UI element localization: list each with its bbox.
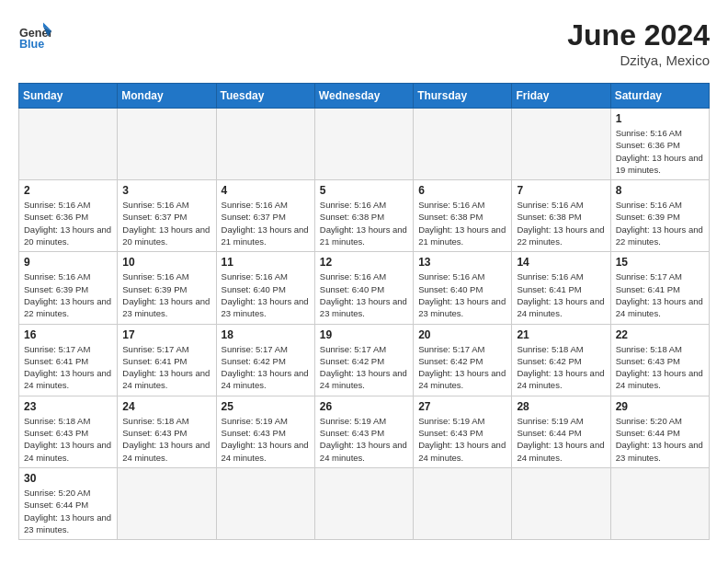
- calendar-week-row: 9Sunrise: 5:16 AMSunset: 6:39 PMDaylight…: [19, 252, 710, 324]
- day-info: Sunrise: 5:17 AMSunset: 6:41 PMDaylight:…: [122, 343, 210, 392]
- day-number: 14: [517, 256, 605, 269]
- day-number: 19: [320, 328, 408, 341]
- calendar-title: June 2024: [567, 18, 710, 52]
- table-row: [314, 467, 413, 539]
- day-info: Sunrise: 5:16 AMSunset: 6:36 PMDaylight:…: [616, 127, 704, 176]
- table-row: 30Sunrise: 5:20 AMSunset: 6:44 PMDayligh…: [19, 467, 118, 539]
- table-row: 4Sunrise: 5:16 AMSunset: 6:37 PMDaylight…: [216, 180, 314, 252]
- header-saturday: Saturday: [610, 84, 709, 109]
- day-number: 9: [24, 256, 112, 269]
- table-row: [118, 109, 216, 180]
- table-row: 7Sunrise: 5:16 AMSunset: 6:38 PMDaylight…: [512, 180, 610, 252]
- day-number: 25: [222, 400, 310, 413]
- header-friday: Friday: [512, 84, 610, 109]
- table-row: [314, 109, 413, 180]
- table-row: 14Sunrise: 5:16 AMSunset: 6:41 PMDayligh…: [512, 252, 610, 324]
- day-number: 2: [24, 184, 112, 197]
- day-info: Sunrise: 5:16 AMSunset: 6:39 PMDaylight:…: [24, 270, 112, 319]
- day-info: Sunrise: 5:17 AMSunset: 6:41 PMDaylight:…: [616, 270, 704, 319]
- day-info: Sunrise: 5:18 AMSunset: 6:42 PMDaylight:…: [517, 343, 605, 392]
- table-row: 5Sunrise: 5:16 AMSunset: 6:38 PMDaylight…: [314, 180, 413, 252]
- day-number: 16: [24, 328, 112, 341]
- table-row: 17Sunrise: 5:17 AMSunset: 6:41 PMDayligh…: [118, 324, 216, 396]
- day-number: 5: [320, 184, 408, 197]
- table-row: 22Sunrise: 5:18 AMSunset: 6:43 PMDayligh…: [610, 324, 709, 396]
- calendar-week-row: 16Sunrise: 5:17 AMSunset: 6:41 PMDayligh…: [19, 324, 710, 396]
- table-row: [414, 467, 512, 539]
- header-monday: Monday: [118, 84, 216, 109]
- table-row: 18Sunrise: 5:17 AMSunset: 6:42 PMDayligh…: [216, 324, 314, 396]
- calendar-subtitle: Dzitya, Mexico: [567, 52, 710, 68]
- calendar-week-row: 30Sunrise: 5:20 AMSunset: 6:44 PMDayligh…: [19, 467, 710, 539]
- table-row: 19Sunrise: 5:17 AMSunset: 6:42 PMDayligh…: [314, 324, 413, 396]
- day-number: 4: [222, 184, 310, 197]
- day-info: Sunrise: 5:16 AMSunset: 6:39 PMDaylight:…: [616, 199, 704, 247]
- day-info: Sunrise: 5:18 AMSunset: 6:43 PMDaylight:…: [24, 415, 112, 464]
- day-number: 23: [24, 400, 112, 413]
- table-row: 16Sunrise: 5:17 AMSunset: 6:41 PMDayligh…: [19, 324, 118, 396]
- table-row: 24Sunrise: 5:18 AMSunset: 6:43 PMDayligh…: [118, 396, 216, 467]
- day-info: Sunrise: 5:20 AMSunset: 6:44 PMDaylight:…: [24, 487, 112, 535]
- table-row: 21Sunrise: 5:18 AMSunset: 6:42 PMDayligh…: [512, 324, 610, 396]
- header-sunday: Sunday: [19, 84, 118, 109]
- day-info: Sunrise: 5:16 AMSunset: 6:40 PMDaylight:…: [418, 270, 506, 319]
- day-number: 7: [517, 184, 605, 197]
- day-info: Sunrise: 5:18 AMSunset: 6:43 PMDaylight:…: [122, 415, 210, 464]
- logo-icon: General Blue: [18, 18, 51, 52]
- day-info: Sunrise: 5:16 AMSunset: 6:38 PMDaylight:…: [418, 199, 506, 247]
- day-info: Sunrise: 5:16 AMSunset: 6:38 PMDaylight:…: [517, 199, 605, 247]
- day-number: 1: [616, 112, 704, 125]
- day-info: Sunrise: 5:17 AMSunset: 6:42 PMDaylight:…: [418, 343, 506, 392]
- day-number: 30: [24, 472, 112, 485]
- table-row: 6Sunrise: 5:16 AMSunset: 6:38 PMDaylight…: [414, 180, 512, 252]
- day-info: Sunrise: 5:16 AMSunset: 6:38 PMDaylight:…: [320, 199, 408, 247]
- logo: General Blue: [18, 18, 51, 52]
- table-row: [512, 467, 610, 539]
- table-row: 10Sunrise: 5:16 AMSunset: 6:39 PMDayligh…: [118, 252, 216, 324]
- table-row: 1Sunrise: 5:16 AMSunset: 6:36 PMDaylight…: [610, 109, 709, 180]
- day-info: Sunrise: 5:19 AMSunset: 6:43 PMDaylight:…: [320, 415, 408, 464]
- table-row: [118, 467, 216, 539]
- table-row: [512, 109, 610, 180]
- table-row: 2Sunrise: 5:16 AMSunset: 6:36 PMDaylight…: [19, 180, 118, 252]
- table-row: 23Sunrise: 5:18 AMSunset: 6:43 PMDayligh…: [19, 396, 118, 467]
- table-row: 20Sunrise: 5:17 AMSunset: 6:42 PMDayligh…: [414, 324, 512, 396]
- day-number: 6: [418, 184, 506, 197]
- day-number: 8: [616, 184, 704, 197]
- day-number: 29: [616, 400, 704, 413]
- day-info: Sunrise: 5:19 AMSunset: 6:44 PMDaylight:…: [517, 415, 605, 464]
- table-row: 27Sunrise: 5:19 AMSunset: 6:43 PMDayligh…: [414, 396, 512, 467]
- day-number: 18: [222, 328, 310, 341]
- table-row: 26Sunrise: 5:19 AMSunset: 6:43 PMDayligh…: [314, 396, 413, 467]
- calendar-header-row: Sunday Monday Tuesday Wednesday Thursday…: [19, 84, 710, 109]
- calendar-week-row: 23Sunrise: 5:18 AMSunset: 6:43 PMDayligh…: [19, 396, 710, 467]
- table-row: 9Sunrise: 5:16 AMSunset: 6:39 PMDaylight…: [19, 252, 118, 324]
- table-row: [414, 109, 512, 180]
- header-tuesday: Tuesday: [216, 84, 314, 109]
- day-number: 26: [320, 400, 408, 413]
- calendar-week-row: 1Sunrise: 5:16 AMSunset: 6:36 PMDaylight…: [19, 109, 710, 180]
- day-info: Sunrise: 5:16 AMSunset: 6:41 PMDaylight:…: [517, 270, 605, 319]
- day-info: Sunrise: 5:20 AMSunset: 6:44 PMDaylight:…: [616, 415, 704, 464]
- table-row: [19, 109, 118, 180]
- day-number: 17: [122, 328, 210, 341]
- table-row: 15Sunrise: 5:17 AMSunset: 6:41 PMDayligh…: [610, 252, 709, 324]
- table-row: 12Sunrise: 5:16 AMSunset: 6:40 PMDayligh…: [314, 252, 413, 324]
- day-number: 13: [418, 256, 506, 269]
- day-number: 3: [122, 184, 210, 197]
- calendar-table: Sunday Monday Tuesday Wednesday Thursday…: [18, 83, 710, 540]
- day-info: Sunrise: 5:17 AMSunset: 6:42 PMDaylight:…: [222, 343, 310, 392]
- day-number: 22: [616, 328, 704, 341]
- header-thursday: Thursday: [414, 84, 512, 109]
- day-number: 15: [616, 256, 704, 269]
- title-block: June 2024 Dzitya, Mexico: [567, 18, 710, 68]
- day-number: 10: [122, 256, 210, 269]
- table-row: 11Sunrise: 5:16 AMSunset: 6:40 PMDayligh…: [216, 252, 314, 324]
- day-number: 24: [122, 400, 210, 413]
- day-info: Sunrise: 5:18 AMSunset: 6:43 PMDaylight:…: [616, 343, 704, 392]
- table-row: [216, 109, 314, 180]
- day-info: Sunrise: 5:16 AMSunset: 6:37 PMDaylight:…: [222, 199, 310, 247]
- table-row: 8Sunrise: 5:16 AMSunset: 6:39 PMDaylight…: [610, 180, 709, 252]
- page-header: General Blue June 2024 Dzitya, Mexico: [18, 18, 710, 68]
- table-row: 13Sunrise: 5:16 AMSunset: 6:40 PMDayligh…: [414, 252, 512, 324]
